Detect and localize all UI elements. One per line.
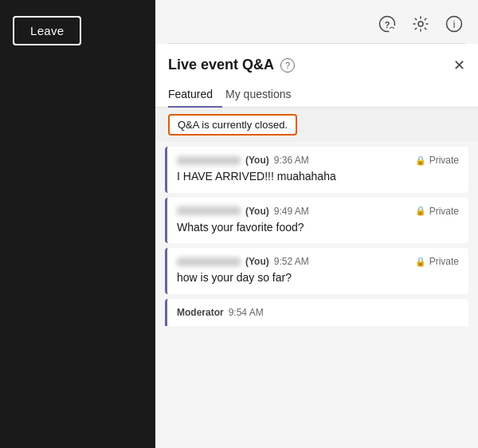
message-you-label: (You) (245, 206, 269, 217)
settings-icon[interactable] (409, 13, 432, 35)
message-meta-left: (You) 9:52 AM (177, 256, 309, 267)
svg-text:i: i (453, 19, 456, 30)
message-body: how is your day so far? (177, 270, 459, 286)
chat-icon[interactable]: ? (376, 13, 398, 35)
qa-title-row: Live event Q&A ? (168, 57, 295, 73)
message-private: 🔒 Private (415, 256, 459, 267)
message-header: (You) 9:49 AM 🔒 Private (177, 206, 459, 217)
qa-header: Live event Q&A ? ✕ (155, 44, 478, 81)
message-body: Whats your favorite food? (177, 220, 459, 236)
message-time: 9:54 AM (229, 307, 264, 318)
message-meta-left: (You) 9:36 AM (177, 155, 309, 166)
top-icons-bar: ? i (155, 0, 478, 43)
message-card: (You) 9:36 AM 🔒 Private I HAVE ARRIVED!!… (165, 147, 468, 193)
message-body: I HAVE ARRIVED!!! muahahaha (177, 169, 459, 185)
message-time: 9:36 AM (274, 155, 309, 166)
author-blur (177, 257, 241, 266)
left-panel: Leave (0, 0, 155, 448)
qa-closed-notice: Q&A is currently closed. (168, 114, 297, 136)
message-header: (You) 9:36 AM 🔒 Private (177, 155, 459, 166)
message-card: (You) 9:52 AM 🔒 Private how is your day … (165, 248, 468, 294)
message-meta-left: Moderator 9:54 AM (177, 307, 264, 318)
svg-point-2 (388, 25, 396, 33)
qa-closed-bar: Q&A is currently closed. (155, 108, 478, 142)
lock-icon: 🔒 (415, 155, 426, 166)
private-label: Private (429, 155, 459, 166)
tab-my-questions[interactable]: My questions (225, 81, 300, 107)
message-card-partial: Moderator 9:54 AM (165, 299, 468, 326)
message-card: (You) 9:49 AM 🔒 Private Whats your favor… (165, 198, 468, 244)
leave-button[interactable]: Leave (13, 16, 81, 45)
qa-panel: Live event Q&A ? ✕ Featured My questions… (155, 44, 478, 448)
svg-point-3 (418, 22, 423, 26)
message-time: 9:49 AM (274, 206, 309, 217)
lock-icon: 🔒 (415, 206, 426, 216)
message-header: Moderator 9:54 AM (177, 307, 459, 318)
private-label: Private (429, 256, 459, 267)
qa-help-icon[interactable]: ? (280, 58, 295, 73)
message-meta-left: (You) 9:49 AM (177, 206, 309, 217)
tabs-row: Featured My questions (155, 81, 478, 108)
author-blur (177, 206, 241, 215)
qa-title: Live event Q&A (168, 57, 274, 73)
message-header: (You) 9:52 AM 🔒 Private (177, 256, 459, 267)
author-blur (177, 156, 241, 165)
private-label: Private (429, 206, 459, 217)
lock-icon: 🔒 (415, 257, 426, 267)
info-icon[interactable]: i (443, 13, 465, 35)
moderator-label: Moderator (177, 307, 224, 318)
qa-close-button[interactable]: ✕ (453, 58, 465, 73)
message-private: 🔒 Private (415, 206, 459, 217)
right-panel: ? i Live event Q&A ? ✕ (155, 0, 478, 448)
message-you-label: (You) (245, 256, 269, 267)
tab-featured[interactable]: Featured (168, 81, 222, 107)
message-you-label: (You) (245, 155, 269, 166)
message-private: 🔒 Private (415, 155, 459, 166)
messages-list: (You) 9:36 AM 🔒 Private I HAVE ARRIVED!!… (155, 142, 478, 448)
message-time: 9:52 AM (274, 256, 309, 267)
